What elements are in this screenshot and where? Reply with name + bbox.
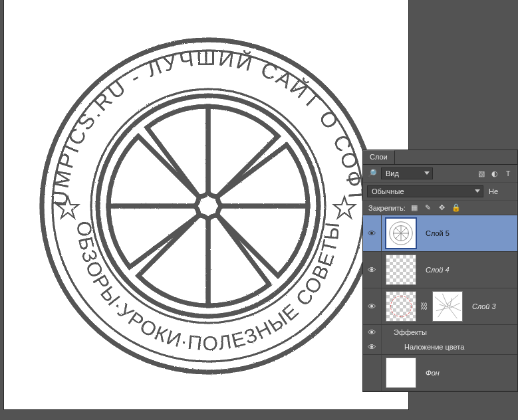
layer-thumb[interactable]: [386, 218, 416, 249]
blend-mode-dropdown[interactable]: Обычные: [367, 185, 483, 197]
effects-label: Эффекты: [382, 328, 427, 336]
filter-image-icon[interactable]: ▧: [476, 168, 487, 179]
layer-thumb[interactable]: [386, 255, 416, 285]
lock-transparency-icon[interactable]: ▦: [410, 203, 419, 212]
layer-row-3[interactable]: 👁 ⛓ Слой 3: [363, 288, 517, 325]
layer-name[interactable]: Слой 4: [420, 266, 450, 274]
layer-thumb[interactable]: [386, 291, 416, 322]
visibility-toggle[interactable]: 👁: [368, 328, 376, 338]
lock-position-icon[interactable]: ✥: [438, 203, 447, 212]
tab-layers[interactable]: Слои: [363, 150, 395, 164]
lock-all-icon[interactable]: 🔒: [452, 203, 461, 212]
lock-row: Закрепить: ▦ ✎ ✥ 🔒: [363, 201, 517, 215]
link-icon[interactable]: ⛓: [419, 302, 430, 311]
lock-label: Закрепить:: [368, 204, 406, 212]
canvas-area: LUMPICS.RU - ЛУЧШИЙ САЙТ О СОФТЕ ОБЗОРЫ·…: [0, 0, 410, 420]
opacity-label: Не: [489, 187, 498, 195]
effect-label: Наложение цвета: [382, 343, 464, 351]
effect-color-overlay-row[interactable]: 👁 Наложение цвета: [363, 340, 517, 354]
layer-row-4[interactable]: 👁 Слой 4: [363, 252, 517, 288]
visibility-toggle[interactable]: 👁: [368, 265, 376, 275]
layer-row-5[interactable]: 👁 Слой 5: [363, 215, 517, 252]
visibility-toggle[interactable]: 👁: [368, 302, 376, 312]
document-canvas[interactable]: LUMPICS.RU - ЛУЧШИЙ САЙТ О СОФТЕ ОБЗОРЫ·…: [4, 0, 408, 409]
layers-panel: Слои 🔎 Вид ▧ ◐ T Обычные Не Закрепить: ▦…: [362, 150, 518, 392]
stamp-artwork: LUMPICS.RU - ЛУЧШИЙ САЙТ О СОФТЕ ОБЗОРЫ·…: [4, 0, 408, 409]
layer-effects-group: 👁 Эффекты 👁 Наложение цвета: [363, 325, 517, 355]
filter-label: Вид: [386, 169, 399, 177]
visibility-toggle[interactable]: 👁: [368, 342, 376, 352]
search-icon: 🔎: [367, 169, 377, 178]
layer-name[interactable]: Слой 3: [467, 302, 496, 310]
effects-row[interactable]: 👁 Эффекты: [363, 325, 517, 340]
panel-tabs: Слои: [363, 150, 517, 165]
layer-list: 👁 Слой 5 👁 Слой 4 👁: [363, 215, 517, 391]
visibility-toggle[interactable]: 👁: [368, 229, 376, 239]
layer-name[interactable]: Слой 5: [420, 229, 450, 237]
blend-mode-value: Обычные: [372, 187, 404, 195]
filter-dropdown[interactable]: Вид: [381, 167, 433, 179]
blend-row: Обычные Не: [363, 183, 517, 201]
filter-adjust-icon[interactable]: ◐: [489, 168, 500, 179]
lock-paint-icon[interactable]: ✎: [424, 203, 433, 212]
layer-row-bg[interactable]: Фон: [363, 355, 517, 391]
filter-row: 🔎 Вид ▧ ◐ T: [363, 165, 517, 183]
layer-name[interactable]: Фон: [420, 369, 440, 377]
filter-type-icon[interactable]: T: [503, 168, 513, 179]
mask-thumb[interactable]: [432, 291, 463, 322]
layer-thumb[interactable]: [386, 358, 416, 388]
